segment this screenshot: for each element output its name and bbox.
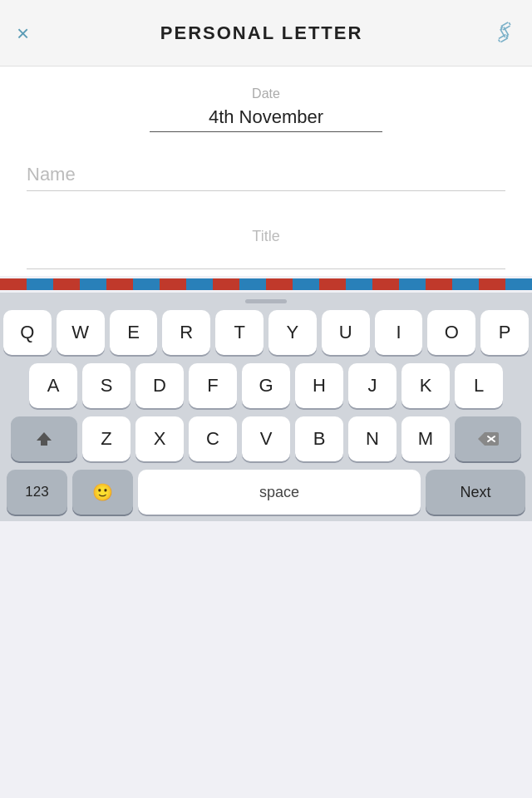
key-b[interactable]: B bbox=[295, 416, 343, 461]
envelope-stripe bbox=[0, 278, 532, 290]
key-u[interactable]: U bbox=[322, 310, 370, 355]
date-section: Date bbox=[27, 66, 505, 139]
key-q[interactable]: Q bbox=[3, 310, 52, 355]
header: × PERSONAL LETTER 🖇 bbox=[0, 0, 532, 66]
title-section: Title bbox=[27, 198, 505, 276]
key-v[interactable]: V bbox=[242, 416, 290, 461]
key-l[interactable]: L bbox=[455, 363, 503, 408]
key-t[interactable]: T bbox=[215, 310, 264, 355]
key-row-1: Q W E R T Y U I O P bbox=[3, 310, 529, 355]
key-z[interactable]: Z bbox=[82, 416, 131, 461]
key-a[interactable]: A bbox=[29, 363, 77, 408]
title-label: Title bbox=[27, 228, 505, 245]
key-r[interactable]: R bbox=[162, 310, 210, 355]
num-key[interactable]: 123 bbox=[7, 470, 67, 515]
key-o[interactable]: O bbox=[427, 310, 475, 355]
key-n[interactable]: N bbox=[348, 416, 397, 461]
delete-key[interactable] bbox=[455, 416, 521, 461]
key-row-3: Z X C V B N M bbox=[3, 416, 529, 461]
bottom-row: 123 🙂 space Next bbox=[3, 470, 529, 518]
date-input[interactable] bbox=[150, 106, 382, 132]
key-w[interactable]: W bbox=[57, 310, 105, 355]
key-j[interactable]: J bbox=[348, 363, 397, 408]
key-g[interactable]: G bbox=[242, 363, 290, 408]
title-underline bbox=[27, 268, 505, 269]
key-p[interactable]: P bbox=[480, 310, 529, 355]
key-d[interactable]: D bbox=[135, 363, 184, 408]
envelope-border bbox=[0, 276, 532, 293]
key-i[interactable]: I bbox=[375, 310, 423, 355]
name-section bbox=[27, 139, 505, 198]
next-key[interactable]: Next bbox=[426, 470, 525, 515]
keyboard-handle bbox=[245, 299, 287, 303]
key-f[interactable]: F bbox=[189, 363, 237, 408]
date-label: Date bbox=[27, 86, 505, 101]
key-e[interactable]: E bbox=[110, 310, 158, 355]
key-h[interactable]: H bbox=[295, 363, 343, 408]
name-input[interactable] bbox=[27, 164, 505, 191]
key-m[interactable]: M bbox=[401, 416, 450, 461]
shift-key[interactable] bbox=[11, 416, 77, 461]
form-area: Date Title bbox=[0, 66, 532, 276]
key-k[interactable]: K bbox=[401, 363, 450, 408]
space-key[interactable]: space bbox=[138, 470, 421, 515]
key-row-2: A S D F G H J K L bbox=[3, 363, 529, 408]
close-button[interactable]: × bbox=[17, 22, 29, 44]
svg-marker-0 bbox=[37, 432, 52, 446]
page-title: PERSONAL LETTER bbox=[160, 22, 363, 44]
key-s[interactable]: S bbox=[82, 363, 131, 408]
keyboard: Q W E R T Y U I O P A S D F G H J K L Z … bbox=[0, 293, 532, 521]
key-c[interactable]: C bbox=[189, 416, 237, 461]
attachment-icon[interactable]: 🖇 bbox=[489, 17, 520, 50]
key-x[interactable]: X bbox=[135, 416, 184, 461]
key-y[interactable]: Y bbox=[268, 310, 317, 355]
emoji-key[interactable]: 🙂 bbox=[72, 470, 133, 515]
